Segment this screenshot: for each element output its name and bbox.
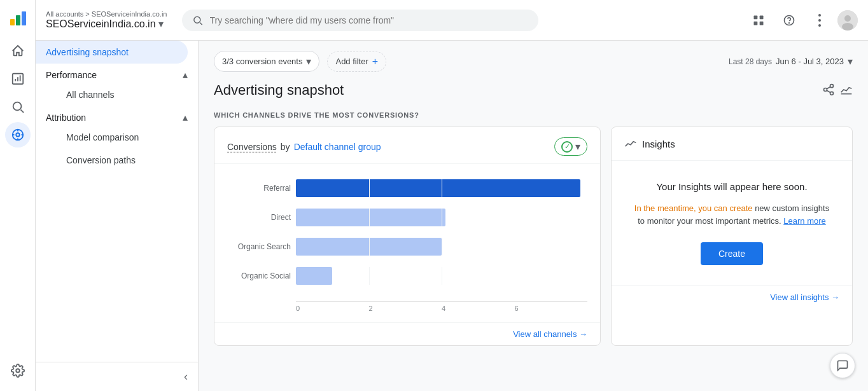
section-heading: WHICH CHANNELS DRIVE THE MOST CONVERSION… — [214, 111, 853, 119]
date-range-value: Jun 6 - Jul 3, 2023 — [776, 57, 844, 66]
bar-track-organic-social — [296, 267, 587, 285]
sidebar-item-model-comparison[interactable]: Model comparison — [56, 126, 188, 149]
axis-6: 6 — [515, 305, 588, 312]
performance-subsection: All channels — [36, 83, 198, 106]
bar-label-organic-search: Organic Search — [227, 242, 291, 251]
svg-point-15 — [16, 369, 20, 373]
cards-row: Conversions by Default channel group ✓ R… — [214, 127, 853, 346]
date-range-dropdown-icon — [848, 55, 853, 67]
check-icon: ✓ — [561, 141, 573, 153]
sidebar-collapse-button[interactable]: ‹ — [184, 370, 188, 383]
insights-card: Insights Your Insights will appear here … — [611, 127, 853, 346]
view-all-insights-link[interactable]: View all insights → — [770, 292, 839, 302]
conversion-events-filter[interactable]: 3/3 conversion events — [214, 51, 319, 72]
add-filter-plus-icon: + — [372, 56, 378, 67]
create-insights-button[interactable]: Create — [701, 242, 763, 265]
axis-4: 4 — [442, 305, 515, 312]
app-header: All accounts > SEOServiceinIndia.co.in S… — [36, 0, 868, 41]
svg-point-25 — [818, 19, 821, 22]
rail-advertising-icon[interactable] — [5, 122, 31, 147]
filter-chip-dropdown-icon — [306, 55, 311, 67]
header-right — [746, 8, 858, 33]
svg-point-7 — [13, 102, 21, 111]
chart-filter-dropdown[interactable]: ✓ — [554, 137, 587, 156]
more-icon-button[interactable] — [807, 8, 832, 33]
chart-footer: View all channels → — [214, 322, 600, 345]
sidebar-item-advertising-snapshot[interactable]: Advertising snapshot — [36, 41, 188, 64]
add-filter-button[interactable]: Add filter + — [327, 51, 386, 72]
svg-point-23 — [789, 22, 790, 23]
view-all-channels-link[interactable]: View all channels → — [513, 329, 587, 339]
bar-fill-organic-search — [296, 238, 442, 256]
breadcrumb: All accounts > SEOServiceinIndia.co.in — [46, 10, 167, 18]
bar-fill-referral — [296, 179, 580, 197]
sidebar-bottom: ‹ — [36, 362, 198, 391]
bar-track-direct — [296, 209, 587, 226]
svg-line-34 — [827, 86, 830, 88]
sidebar-item-conversion-paths[interactable]: Conversion paths — [56, 149, 188, 172]
search-input[interactable] — [210, 15, 529, 25]
share-button[interactable] — [822, 83, 835, 98]
avatar[interactable] — [837, 10, 858, 31]
chart-axis: 0 2 4 6 — [296, 301, 587, 312]
svg-point-26 — [818, 24, 821, 27]
chart-body: Referral Direct — [214, 164, 600, 322]
svg-point-24 — [818, 14, 821, 17]
sparkline-button[interactable] — [840, 83, 853, 98]
chart-title: Conversions by Default channel group — [227, 142, 381, 152]
insights-main-text: Your Insights will appear here soon. — [627, 181, 837, 192]
svg-rect-0 — [10, 19, 15, 25]
grid-icon-button[interactable] — [746, 8, 771, 33]
bar-chart: Referral Direct — [227, 174, 587, 301]
account-name[interactable]: SEOServiceinIndia.co.in — [46, 18, 167, 30]
svg-point-29 — [842, 23, 853, 31]
performance-collapse-icon — [183, 69, 188, 81]
search-bar[interactable] — [182, 10, 538, 31]
date-range-selector[interactable]: Last 28 days Jun 6 - Jul 3, 2023 — [729, 55, 853, 67]
attribution-collapse-icon — [183, 111, 188, 123]
sidebar-item-all-channels[interactable]: All channels — [56, 83, 188, 106]
bar-fill-organic-social — [296, 267, 332, 285]
svg-rect-18 — [754, 15, 758, 19]
sidebar-section-attribution[interactable]: Attribution — [36, 106, 198, 126]
rail-settings-icon[interactable] — [5, 358, 31, 383]
svg-point-32 — [830, 92, 834, 95]
sidebar-section-performance[interactable]: Performance — [36, 64, 198, 83]
bar-row-referral: Referral — [227, 179, 587, 197]
performance-section-label: Performance — [46, 70, 97, 80]
svg-rect-19 — [760, 15, 764, 19]
bar-fill-direct — [296, 209, 445, 226]
help-icon-button[interactable] — [776, 8, 802, 33]
account-dropdown-icon[interactable] — [158, 18, 164, 30]
svg-line-17 — [200, 22, 203, 25]
insights-trend-icon — [624, 137, 637, 150]
svg-rect-1 — [16, 15, 20, 25]
rail-reports-icon[interactable] — [5, 66, 31, 92]
analytics-logo — [5, 5, 31, 31]
svg-line-8 — [20, 110, 24, 113]
main-wrap: Advertising snapshot Performance All cha… — [36, 41, 868, 391]
bar-label-organic-social: Organic Social — [227, 271, 291, 280]
chat-bubble-button[interactable] — [830, 353, 855, 378]
insights-body: Your Insights will appear here soon. In … — [612, 161, 852, 285]
search-icon — [192, 15, 203, 26]
learn-more-link[interactable]: Learn more — [783, 216, 825, 226]
insights-footer: View all insights → — [612, 285, 852, 308]
attribution-section-label: Attribution — [46, 113, 86, 123]
icon-rail — [0, 0, 36, 391]
insights-sub-text: In the meantime, you can create new cust… — [627, 202, 837, 227]
rail-home-icon[interactable] — [5, 38, 31, 64]
chart-dropdown-icon — [575, 141, 580, 153]
svg-point-30 — [830, 84, 834, 87]
bar-label-referral: Referral — [227, 184, 291, 193]
svg-line-33 — [827, 90, 830, 92]
bar-row-organic-search: Organic Search — [227, 238, 587, 256]
axis-2: 2 — [369, 305, 442, 312]
header-brand: All accounts > SEOServiceinIndia.co.in S… — [46, 10, 167, 30]
page-title: Advertising snapshot — [214, 82, 344, 99]
insights-sub-orange: In the meantime, you can create — [634, 203, 753, 213]
insights-title: Insights — [642, 139, 675, 149]
content-toolbar: 3/3 conversion events Add filter + Last … — [214, 51, 853, 72]
rail-explore-icon[interactable] — [5, 94, 31, 120]
svg-rect-20 — [754, 21, 758, 25]
